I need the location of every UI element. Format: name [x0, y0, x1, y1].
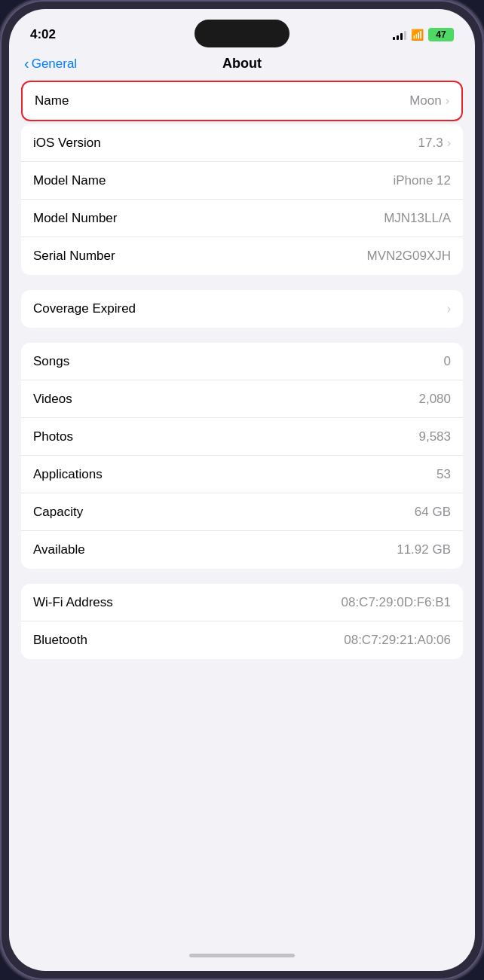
- model-name-row: Model Name iPhone 12: [21, 162, 463, 200]
- bluetooth-label: Bluetooth: [33, 633, 87, 648]
- network-group: Wi-Fi Address 08:C7:29:0D:F6:B1 Bluetoot…: [21, 584, 463, 659]
- coverage-expired-row[interactable]: Coverage Expired ›: [21, 290, 463, 328]
- ios-version-row[interactable]: iOS Version 17.3 ›: [21, 124, 463, 162]
- model-number-row: Model Number MJN13LL/A: [21, 200, 463, 237]
- model-number-value: MJN13LL/A: [384, 211, 451, 226]
- applications-value: 53: [437, 467, 451, 482]
- model-name-value: iPhone 12: [393, 173, 451, 188]
- available-label: Available: [33, 542, 85, 557]
- name-row[interactable]: Name Moon ›: [23, 82, 461, 120]
- applications-label: Applications: [33, 467, 103, 482]
- name-row-container: Name Moon ›: [21, 81, 463, 121]
- wifi-address-label: Wi-Fi Address: [33, 595, 113, 610]
- device-info-group: Name Moon › iOS Version 17.3 ›: [21, 81, 463, 275]
- capacity-row: Capacity 64 GB: [21, 493, 463, 531]
- name-value: Moon: [409, 93, 442, 108]
- bluetooth-row: Bluetooth 08:C7:29:21:A0:06: [21, 621, 463, 659]
- available-row: Available 11.92 GB: [21, 531, 463, 569]
- phone-screen: 4:02 📶 47 ‹ General About: [9, 9, 475, 971]
- available-value: 11.92 GB: [397, 542, 451, 557]
- settings-content: Name Moon › iOS Version 17.3 ›: [9, 81, 475, 945]
- songs-label: Songs: [33, 354, 69, 369]
- chevron-left-icon: ‹: [24, 55, 29, 72]
- model-name-label: Model Name: [33, 173, 106, 188]
- nav-bar: ‹ General About: [9, 50, 475, 81]
- serial-number-label: Serial Number: [33, 249, 115, 264]
- name-label: Name: [35, 93, 69, 108]
- battery-icon: 47: [428, 28, 454, 41]
- bluetooth-value: 08:C7:29:21:A0:06: [344, 633, 451, 648]
- photos-row: Photos 9,583: [21, 418, 463, 456]
- dynamic-island: [195, 20, 289, 47]
- videos-row: Videos 2,080: [21, 380, 463, 418]
- name-chevron-icon: ›: [446, 94, 449, 108]
- capacity-value: 64 GB: [415, 505, 451, 520]
- ios-version-value: 17.3: [418, 136, 443, 151]
- videos-label: Videos: [33, 392, 72, 407]
- songs-value: 0: [444, 354, 451, 369]
- model-number-label: Model Number: [33, 211, 118, 226]
- phone-frame: 4:02 📶 47 ‹ General About: [0, 0, 484, 980]
- back-button[interactable]: ‹ General: [24, 55, 77, 72]
- status-icons: 📶 47: [393, 28, 454, 41]
- ios-version-label: iOS Version: [33, 136, 101, 151]
- coverage-expired-label: Coverage Expired: [33, 301, 136, 316]
- media-group: Songs 0 Videos 2,080 Photos 9,583 Applic…: [21, 343, 463, 569]
- serial-number-row: Serial Number MVN2G09XJH: [21, 237, 463, 275]
- capacity-label: Capacity: [33, 505, 83, 520]
- wifi-address-value: 08:C7:29:0D:F6:B1: [341, 595, 451, 610]
- coverage-group: Coverage Expired ›: [21, 290, 463, 328]
- page-title: About: [222, 56, 262, 72]
- wifi-address-row: Wi-Fi Address 08:C7:29:0D:F6:B1: [21, 584, 463, 621]
- serial-number-value: MVN2G09XJH: [367, 249, 451, 264]
- ios-chevron-icon: ›: [447, 136, 451, 150]
- home-indicator[interactable]: [189, 954, 295, 957]
- coverage-chevron-icon: ›: [447, 302, 451, 316]
- signal-icon: [393, 30, 406, 40]
- photos-label: Photos: [33, 429, 73, 444]
- status-time: 4:02: [30, 27, 56, 42]
- applications-row: Applications 53: [21, 456, 463, 493]
- back-label: General: [32, 56, 77, 72]
- device-details-group: iOS Version 17.3 › Model Name iPhone 12: [21, 124, 463, 275]
- videos-value: 2,080: [418, 392, 451, 407]
- wifi-icon: 📶: [411, 29, 424, 41]
- songs-row: Songs 0: [21, 343, 463, 380]
- photos-value: 9,583: [418, 429, 451, 444]
